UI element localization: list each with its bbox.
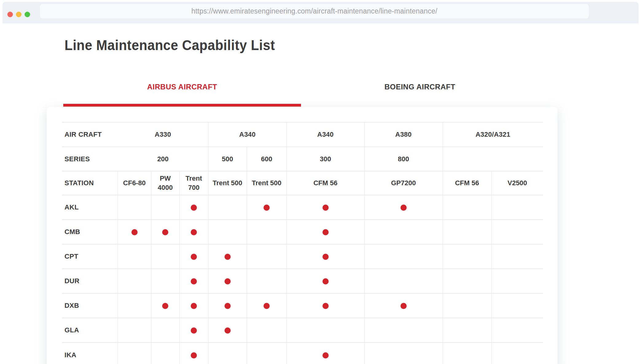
empty-cell bbox=[118, 342, 151, 364]
empty-cell bbox=[151, 269, 179, 293]
address-bar[interactable]: https://www.emiratesengineering.com/airc… bbox=[40, 4, 589, 18]
empty-cell bbox=[443, 318, 491, 342]
empty-cell bbox=[491, 318, 543, 342]
engine-cfm-56b: CFM 56 bbox=[443, 171, 491, 195]
empty-cell bbox=[443, 342, 491, 364]
capability-dot-cell bbox=[208, 244, 247, 269]
station-row-dur: DUR bbox=[62, 269, 543, 293]
empty-cell bbox=[118, 244, 151, 269]
station-code: GLA bbox=[62, 318, 118, 342]
empty-cell bbox=[364, 220, 443, 244]
capability-dot-icon bbox=[191, 327, 197, 334]
series-600: 600 bbox=[247, 147, 287, 171]
empty-cell bbox=[491, 269, 543, 293]
capability-dot-icon bbox=[191, 278, 197, 284]
engine-pw-4000: PW 4000 bbox=[151, 171, 179, 195]
aircraft-group-a330: A330 bbox=[118, 122, 208, 147]
station-row-cpt: CPT bbox=[62, 244, 543, 269]
empty-cell bbox=[118, 195, 151, 220]
empty-cell bbox=[443, 244, 491, 269]
station-row-cmb: CMB bbox=[62, 220, 543, 244]
tab-boeing-aircraft[interactable]: BOEING AIRCRAFT bbox=[301, 79, 539, 95]
capability-dot-cell bbox=[179, 195, 208, 220]
capability-dot-cell bbox=[179, 318, 208, 342]
capability-card: AIR CRAFT A330 A340 A340 A380 A320/A321 … bbox=[47, 107, 557, 364]
tab-airbus-aircraft[interactable]: AIRBUS AIRCRAFT bbox=[63, 79, 301, 95]
series-500: 500 bbox=[208, 147, 247, 171]
station-row-gla: GLA bbox=[62, 318, 543, 342]
empty-cell bbox=[443, 195, 491, 220]
capability-dot-icon bbox=[264, 205, 270, 211]
empty-cell bbox=[118, 293, 151, 318]
capability-dot-cell bbox=[179, 293, 208, 318]
capability-dot-icon bbox=[191, 303, 197, 309]
capability-dot-cell bbox=[247, 195, 287, 220]
capability-dot-icon bbox=[322, 254, 329, 260]
capability-dot-icon bbox=[401, 205, 407, 211]
capability-dot-cell bbox=[287, 293, 364, 318]
series-200: 200 bbox=[118, 147, 208, 171]
station-code: AKL bbox=[62, 195, 118, 220]
series-800: 800 bbox=[364, 147, 443, 171]
empty-cell bbox=[118, 269, 151, 293]
empty-cell bbox=[491, 220, 543, 244]
empty-cell bbox=[443, 269, 491, 293]
empty-cell bbox=[491, 244, 543, 269]
station-code: CMB bbox=[62, 220, 118, 244]
aircraft-group-a380: A380 bbox=[364, 122, 443, 147]
capability-dot-icon bbox=[225, 327, 231, 334]
capability-dot-icon bbox=[191, 352, 197, 358]
capability-dot-cell bbox=[151, 220, 179, 244]
capability-dot-cell bbox=[179, 342, 208, 364]
empty-cell bbox=[118, 318, 151, 342]
empty-cell bbox=[491, 293, 543, 318]
station-code: DUR bbox=[62, 269, 118, 293]
station-code: DXB bbox=[62, 293, 118, 318]
empty-cell bbox=[491, 342, 543, 364]
empty-cell bbox=[364, 342, 443, 364]
capability-dot-icon bbox=[131, 229, 138, 235]
capability-dot-icon bbox=[191, 254, 197, 260]
minimize-window-icon[interactable] bbox=[16, 12, 21, 17]
empty-cell bbox=[247, 244, 287, 269]
engine-trent-500a: Trent 500 bbox=[208, 171, 247, 195]
browser-chrome-bar: https://www.emiratesengineering.com/airc… bbox=[2, 2, 639, 23]
series-blank bbox=[443, 147, 543, 171]
aircraft-row: AIR CRAFT A330 A340 A340 A380 A320/A321 bbox=[62, 122, 543, 147]
empty-cell bbox=[247, 318, 287, 342]
capability-dot-cell bbox=[179, 220, 208, 244]
zoom-window-icon[interactable] bbox=[25, 12, 30, 17]
capability-dot-cell bbox=[247, 293, 287, 318]
aircraft-type-tabs: AIRBUS AIRCRAFT BOEING AIRCRAFT bbox=[63, 79, 539, 95]
capability-dot-cell bbox=[179, 269, 208, 293]
capability-dot-cell bbox=[287, 244, 364, 269]
empty-cell bbox=[151, 244, 179, 269]
series-row-label: SERIES bbox=[62, 147, 118, 171]
engine-trent-500b: Trent 500 bbox=[247, 171, 287, 195]
series-row: SERIES 200 500 600 300 800 bbox=[62, 147, 543, 171]
station-row-label: STATION bbox=[62, 171, 118, 195]
capability-dot-cell bbox=[287, 269, 364, 293]
empty-cell bbox=[287, 318, 364, 342]
capability-dot-cell bbox=[208, 269, 247, 293]
aircraft-group-a340-300: A340 bbox=[287, 122, 364, 147]
aircraft-row-label: AIR CRAFT bbox=[62, 122, 118, 147]
empty-cell bbox=[151, 318, 179, 342]
capability-dot-cell bbox=[179, 244, 208, 269]
page-title: Line Maintenance Capability List bbox=[64, 37, 275, 53]
capability-dot-icon bbox=[264, 303, 270, 309]
empty-cell bbox=[151, 195, 179, 220]
station-row-akl: AKL bbox=[62, 195, 543, 220]
empty-cell bbox=[247, 220, 287, 244]
engine-trent-700: Trent 700 bbox=[179, 171, 208, 195]
capability-table: AIR CRAFT A330 A340 A340 A380 A320/A321 … bbox=[62, 122, 543, 364]
empty-cell bbox=[247, 342, 287, 364]
station-header-row: STATION CF6-80 PW 4000 Trent 700 Trent 5… bbox=[62, 171, 543, 195]
engine-cf6-80: CF6-80 bbox=[118, 171, 151, 195]
capability-dot-icon bbox=[401, 303, 407, 309]
empty-cell bbox=[208, 220, 247, 244]
engine-gp7200: GP7200 bbox=[364, 171, 443, 195]
close-window-icon[interactable] bbox=[7, 12, 13, 17]
capability-dot-icon bbox=[225, 303, 231, 309]
aircraft-group-a320-a321: A320/A321 bbox=[443, 122, 543, 147]
